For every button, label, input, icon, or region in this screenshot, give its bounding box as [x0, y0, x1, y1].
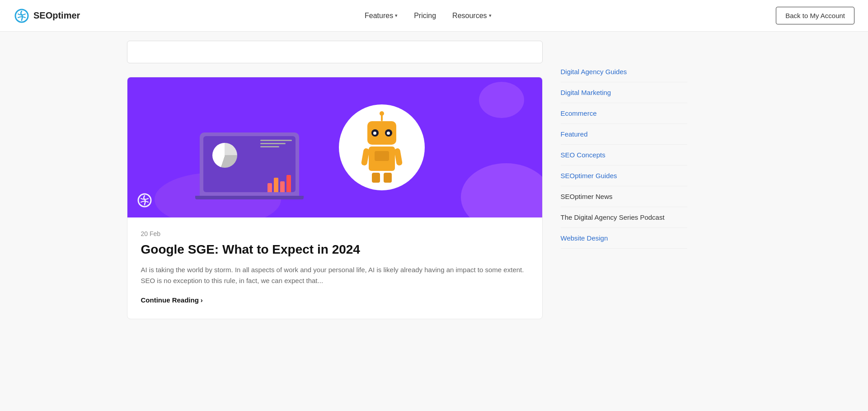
logo-text: SEOptimer: [33, 10, 80, 21]
nav-features[interactable]: Features ▾: [365, 12, 398, 20]
search-bar[interactable]: [127, 41, 543, 63]
laptop-base: [195, 196, 304, 199]
sidebar-category-4[interactable]: SEO Concepts: [561, 145, 687, 165]
nav-resources[interactable]: Resources ▾: [452, 12, 491, 20]
article-title: Google SGE: What to Expect in 2024: [141, 242, 529, 257]
sidebar-category-2[interactable]: Ecommerce: [561, 103, 687, 124]
hero-logo-watermark: [136, 192, 153, 210]
logo-link[interactable]: SEOptimer: [14, 8, 80, 24]
sidebar-category-0[interactable]: Digital Agency Guides: [561, 68, 687, 82]
article-date: 20 Feb: [141, 230, 529, 237]
resources-chevron-icon: ▾: [489, 13, 492, 19]
bar-chart: [267, 175, 291, 192]
sidebar-category-6[interactable]: SEOptimer News: [561, 186, 687, 207]
robot-illustration: [339, 104, 425, 190]
sidebar-category-7[interactable]: The Digital Agency Series Podcast: [561, 207, 687, 228]
article-hero-image: [127, 77, 542, 217]
blob-1: [461, 163, 542, 217]
article-body: 20 Feb Google SGE: What to Expect in 202…: [127, 217, 542, 319]
laptop-illustration: [200, 132, 304, 199]
back-to-account-button[interactable]: Back to My Account: [776, 7, 854, 24]
sidebar-category-3[interactable]: Featured: [561, 124, 687, 145]
chart-lines: [260, 140, 292, 149]
article-card: 20 Feb Google SGE: What to Expect in 202…: [127, 77, 543, 319]
nav-center: Features ▾ Pricing Resources ▾: [365, 12, 492, 20]
logo-icon: [14, 8, 30, 24]
navbar: SEOptimer Features ▾ Pricing Resources ▾…: [0, 0, 868, 32]
blob-2: [479, 82, 524, 118]
page-wrapper: 20 Feb Google SGE: What to Expect in 202…: [118, 32, 751, 319]
sidebar-category-5[interactable]: SEOptimer Guides: [561, 165, 687, 186]
sidebar-categories: Digital Agency GuidesDigital MarketingEc…: [561, 68, 687, 249]
sidebar-category-8[interactable]: Website Design: [561, 228, 687, 249]
continue-reading-link[interactable]: Continue Reading ›: [141, 296, 203, 304]
features-chevron-icon: ▾: [395, 13, 398, 19]
nav-pricing[interactable]: Pricing: [414, 12, 436, 20]
main-content: 20 Feb Google SGE: What to Expect in 202…: [127, 41, 543, 319]
article-excerpt: AI is taking the world by storm. In all …: [141, 265, 529, 286]
sidebar-category-1[interactable]: Digital Marketing: [561, 82, 687, 103]
pie-chart: [212, 143, 237, 168]
sidebar: Digital Agency GuidesDigital MarketingEc…: [561, 41, 687, 319]
